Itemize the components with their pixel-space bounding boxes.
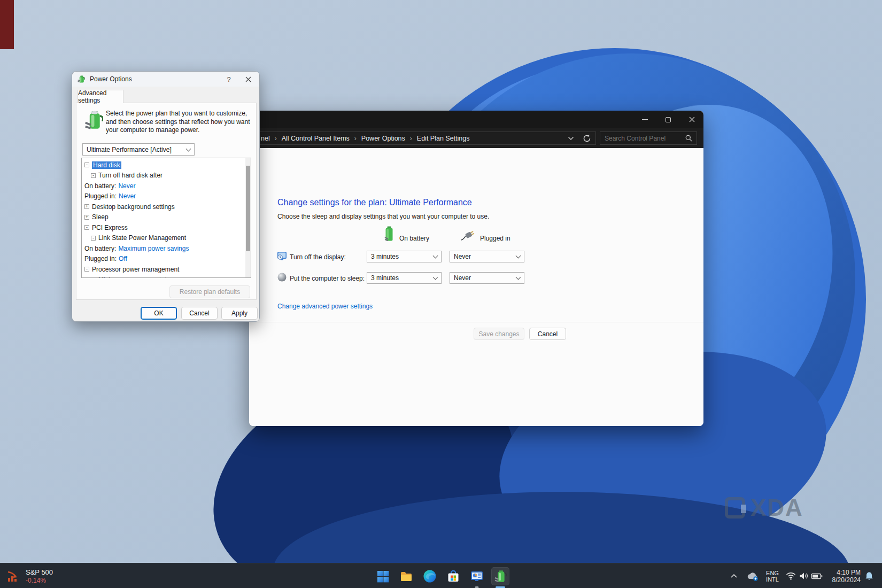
page-subtitle: Choose the sleep and display settings th…	[277, 213, 489, 220]
cancel-button[interactable]: Cancel	[529, 328, 566, 340]
collapse-icon[interactable]: -	[84, 267, 89, 272]
collapse-icon[interactable]: -	[91, 236, 96, 241]
collapse-icon[interactable]: -	[91, 277, 96, 278]
tree-item-label: Link State Power Management	[98, 234, 186, 242]
collapse-icon[interactable]: -	[91, 173, 96, 178]
save-changes-button[interactable]: Save changes	[474, 328, 524, 340]
collapse-icon[interactable]: -	[84, 225, 89, 230]
dialog-close-button[interactable]	[239, 72, 257, 87]
tree-item-pci-express[interactable]: - PCI Express	[82, 222, 245, 233]
sleep-icon	[277, 272, 287, 282]
plugged-in-column-header: Plugged in	[480, 235, 510, 242]
display-icon	[277, 251, 287, 261]
language-indicator[interactable]: ENG INTL	[763, 563, 782, 588]
tree-item-label: Minimum processor state	[98, 276, 170, 278]
restore-plan-defaults-button[interactable]: Restore plan defaults	[169, 285, 250, 298]
tree-item-link-state-power-management[interactable]: - Link State Power Management	[82, 233, 245, 244]
sleep-on-battery-dropdown[interactable]: 3 minutes	[367, 272, 442, 284]
tray-time: 4:10 PM	[837, 569, 861, 576]
collapse-icon[interactable]: -	[84, 163, 89, 167]
sleep-plugged-in-dropdown[interactable]: Never	[450, 272, 524, 284]
microsoft-store-button[interactable]	[444, 567, 462, 585]
display-on-battery-dropdown[interactable]: 3 minutes	[367, 251, 442, 262]
minimize-button[interactable]	[633, 111, 656, 128]
stock-chart-icon	[6, 569, 20, 583]
close-button[interactable]	[680, 111, 703, 128]
start-button[interactable]	[374, 567, 392, 585]
apply-button[interactable]: Apply	[221, 307, 258, 320]
turn-off-display-label: Turn off the display:	[290, 253, 346, 261]
ok-button[interactable]: OK	[141, 307, 177, 320]
breadcrumb-power-options[interactable]: Power Options	[360, 135, 406, 142]
onedrive-tray-button[interactable]	[744, 563, 761, 588]
wifi-tray-button[interactable]	[784, 563, 798, 588]
help-button[interactable]: ?	[221, 72, 237, 87]
tree-item-label: Sleep	[92, 213, 109, 221]
tree-item-on-battery: On battery: Never	[82, 181, 245, 191]
chevron-down-icon	[516, 253, 521, 259]
tree-item-plugged-in: Plugged in: Off	[82, 254, 245, 265]
breadcrumb-edit-plan-settings[interactable]: Edit Plan Settings	[416, 135, 471, 142]
on-battery-icon	[384, 226, 394, 242]
tree-item-plugged-in: Plugged in: Never	[82, 191, 245, 202]
notification-bell-icon	[865, 571, 873, 581]
control-panel-titlebar[interactable]	[249, 111, 703, 128]
on-battery-column-header: On battery	[399, 235, 429, 242]
file-explorer-button[interactable]	[397, 567, 415, 585]
tree-item-turn-off-hard-disk-after[interactable]: - Turn off hard disk after	[82, 171, 245, 181]
control-panel-icon	[470, 569, 484, 583]
tab-advanced-settings[interactable]: Advanced settings	[78, 90, 123, 103]
setting-value-link[interactable]: Off	[119, 255, 127, 262]
dialog-title: Power Options	[90, 75, 132, 83]
dialog-titlebar[interactable]: Power Options ?	[72, 72, 260, 87]
stock-change: -0.14%	[26, 577, 53, 584]
search-input[interactable]	[600, 135, 682, 142]
tree-item-label: Plugged in:	[84, 255, 117, 262]
battery-tray-button[interactable]	[809, 563, 824, 588]
power-plan-dropdown[interactable]: Ultimate Performance [Active]	[82, 143, 195, 156]
search-box[interactable]	[600, 131, 697, 145]
chevron-down-icon	[186, 146, 191, 151]
breadcrumb-all-control-panel-items[interactable]: All Control Panel Items	[281, 135, 351, 142]
xda-logo-icon	[725, 497, 745, 519]
cancel-button[interactable]: Cancel	[181, 307, 218, 320]
address-dropdown-icon[interactable]	[568, 136, 574, 141]
breadcrumb-separator: ›	[351, 135, 360, 142]
setting-value-link[interactable]: Never	[119, 192, 136, 200]
setting-value-link[interactable]: Maximum power savings	[118, 245, 189, 252]
dropdown-value: Ultimate Performance [Active]	[87, 146, 172, 153]
power-options-taskbar-button[interactable]	[491, 567, 509, 585]
edge-icon	[423, 569, 437, 583]
breadcrumb-control-panel[interactable]: nel	[260, 135, 271, 142]
tree-item-processor-power-management[interactable]: - Processor power management	[82, 264, 245, 275]
tree-item-clipped[interactable]: - Minimum processor state	[82, 275, 245, 278]
desktop: XDA nel › All Control Panel Items › Powe…	[0, 0, 882, 588]
address-bar: nel › All Control Panel Items › Power Op…	[249, 128, 703, 148]
refresh-icon[interactable]	[583, 134, 591, 143]
divider	[249, 322, 703, 322]
expand-icon[interactable]: +	[84, 204, 89, 209]
breadcrumb[interactable]: nel › All Control Panel Items › Power Op…	[256, 131, 596, 145]
setting-value-link[interactable]: Never	[118, 182, 135, 190]
notification-center-button[interactable]	[862, 563, 877, 588]
maximize-button[interactable]	[656, 111, 680, 128]
edge-button[interactable]	[421, 567, 439, 585]
windows-start-icon	[376, 570, 390, 583]
tree-item-hard-disk[interactable]: - Hard disk	[82, 160, 245, 171]
scrollbar-thumb[interactable]	[246, 166, 250, 251]
display-plugged-in-dropdown[interactable]: Never	[450, 251, 524, 262]
tray-chevron-up-button[interactable]	[727, 563, 741, 588]
minimize-icon	[642, 119, 648, 120]
dropdown-value: Never	[454, 253, 471, 260]
tree-item-desktop-background-settings[interactable]: + Desktop background settings	[82, 202, 245, 212]
tree-item-sleep[interactable]: + Sleep	[82, 212, 245, 223]
clock-tray-button[interactable]: 4:10 PM 8/20/2024	[827, 563, 861, 588]
expand-icon[interactable]: +	[84, 215, 89, 220]
tree-scrollbar[interactable]	[245, 158, 251, 277]
control-panel-button[interactable]	[468, 567, 486, 585]
onedrive-cloud-icon	[746, 571, 759, 581]
change-advanced-power-settings-link[interactable]: Change advanced power settings	[277, 303, 373, 310]
widgets-button[interactable]: S&P 500 -0.14%	[6, 566, 87, 587]
power-options-dialog: Power Options ? Advanced settings Select…	[72, 71, 260, 322]
chevron-down-icon	[516, 275, 521, 280]
